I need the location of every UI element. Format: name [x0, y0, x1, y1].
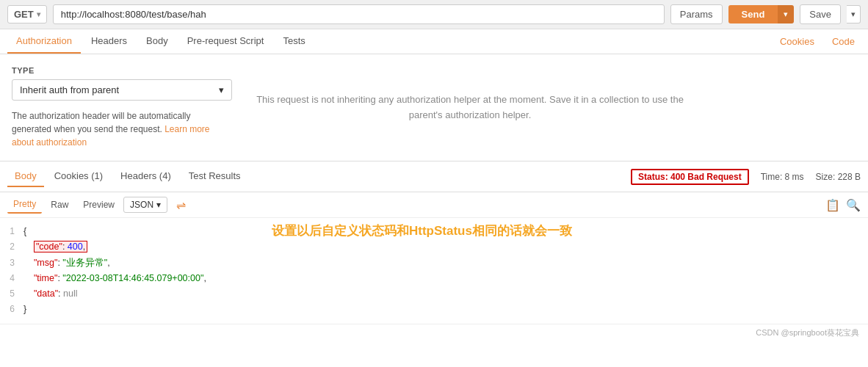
code-line-6: 6 }: [0, 302, 868, 317]
auth-type-select[interactable]: Inherit auth from parent ▾: [12, 79, 232, 101]
cookies-link[interactable]: Cookies: [774, 30, 820, 53]
fmt-tab-preview[interactable]: Preview: [77, 197, 120, 213]
resp-tab-body[interactable]: Body: [7, 166, 44, 187]
send-dropdown-button[interactable]: ▾: [778, 5, 794, 23]
code-line-4: 4 "time": "2022-03-08T14:46:45.079+00:00…: [0, 271, 868, 286]
code-link[interactable]: Code: [826, 30, 861, 53]
resp-tab-headers[interactable]: Headers (4): [113, 166, 178, 187]
wrap-icon[interactable]: ⇌: [176, 198, 186, 212]
code-line-5: 5 "data": null: [0, 286, 868, 302]
copy-icon[interactable]: 📋: [825, 198, 840, 212]
auth-description: The authorization header will be automat…: [12, 109, 232, 149]
fmt-tab-pretty[interactable]: Pretty: [7, 196, 42, 214]
search-icon[interactable]: 🔍: [846, 198, 861, 212]
request-tabs: Authorization Headers Body Pre-request S…: [0, 29, 868, 54]
method-chevron: ▾: [37, 10, 40, 18]
tab-pre-request-script[interactable]: Pre-request Script: [178, 29, 273, 54]
format-toolbar: Pretty Raw Preview JSON ▾ ⇌ 📋 🔍: [0, 192, 868, 218]
method-label: GET: [14, 9, 34, 20]
auth-select-chevron: ▾: [219, 84, 224, 95]
tab-tests[interactable]: Tests: [274, 29, 314, 54]
resp-tab-test-results[interactable]: Test Results: [181, 166, 248, 187]
code-line-1: 1 {: [0, 224, 868, 239]
tab-body[interactable]: Body: [137, 29, 177, 54]
response-time: Time: 8 ms: [761, 172, 804, 182]
url-input[interactable]: [53, 4, 665, 24]
format-actions: 📋 🔍: [825, 198, 861, 212]
response-size: Size: 228 B: [816, 172, 861, 182]
code-area-wrap: 1 { 2 "code": 400, 3 "msg": "业务异常", 4 "t…: [0, 218, 868, 324]
resp-tab-cookies[interactable]: Cookies (1): [47, 166, 110, 187]
status-badge: Status: 400 Bad Request: [631, 169, 749, 185]
auth-left: TYPE Inherit auth from parent ▾ The auth…: [12, 66, 232, 149]
auth-type-value: Inherit auth from parent: [20, 84, 119, 95]
tab-headers[interactable]: Headers: [82, 29, 136, 54]
format-select[interactable]: JSON ▾: [123, 197, 167, 213]
save-dropdown-button[interactable]: ▾: [847, 5, 861, 23]
fmt-tab-raw[interactable]: Raw: [45, 197, 74, 213]
type-label: TYPE: [12, 66, 232, 75]
auth-info-text: This request is not inheriting any autho…: [250, 66, 690, 149]
response-header: Body Cookies (1) Headers (4) Test Result…: [0, 161, 868, 192]
code-area: 1 { 2 "code": 400, 3 "msg": "业务异常", 4 "t…: [0, 218, 868, 324]
params-button[interactable]: Params: [670, 4, 723, 24]
right-tabs: Cookies Code: [774, 30, 861, 53]
method-select[interactable]: GET ▾: [7, 5, 47, 23]
code-line-2: 2 "code": 400,: [0, 239, 868, 255]
send-button[interactable]: Send: [728, 5, 778, 23]
send-group: Send ▾: [728, 5, 795, 23]
auth-panel: TYPE Inherit auth from parent ▾ The auth…: [0, 54, 868, 161]
save-button[interactable]: Save: [800, 4, 841, 24]
tab-authorization[interactable]: Authorization: [7, 29, 81, 54]
code-line-3: 3 "msg": "业务异常",: [0, 255, 868, 271]
toolbar: GET ▾ Params Send ▾ Save ▾: [0, 0, 868, 29]
watermark: CSDN @springboot葵花宝典: [0, 324, 868, 341]
